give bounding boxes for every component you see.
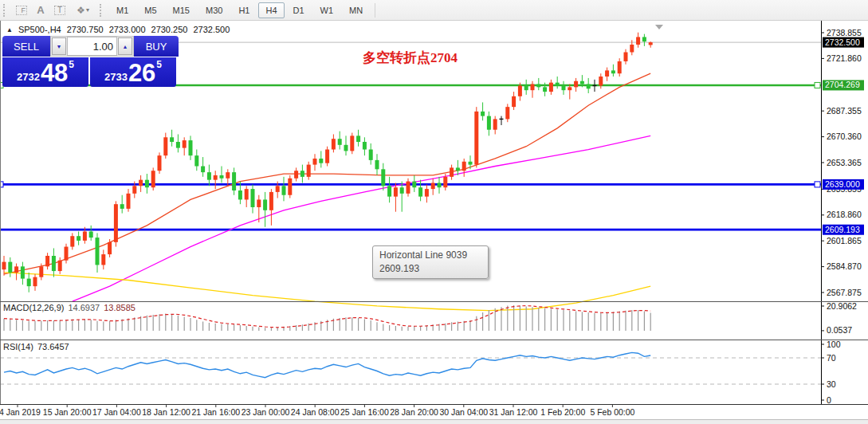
timeframe-button-m30[interactable]: M30 <box>198 2 230 18</box>
candle-down <box>487 116 491 130</box>
timeframe-button-h1[interactable]: H1 <box>231 2 257 18</box>
candle-down <box>418 187 422 196</box>
sell-price-box[interactable]: 2732 48 5 <box>2 57 88 87</box>
volume-increase-button[interactable]: ▲ <box>118 37 132 55</box>
buy-price-box[interactable]: 2733 26 5 <box>90 57 176 87</box>
candle-up <box>630 45 634 53</box>
volume-input[interactable]: 1.00 <box>67 37 117 56</box>
sell-price-prefix: 2732 <box>17 71 40 83</box>
candle-down <box>27 279 31 287</box>
candle-up <box>649 42 653 45</box>
toolbar-grip[interactable] <box>100 4 105 17</box>
timeframe-button-m1[interactable]: M1 <box>109 2 136 18</box>
price-axis-badge-value: 2609.193 <box>825 225 860 234</box>
text-label-icon[interactable]: A <box>31 2 50 18</box>
candle-up <box>114 204 118 242</box>
rsi-value: 73.6457 <box>37 342 69 351</box>
candle-down <box>220 175 224 179</box>
chart-shift-marker-icon[interactable] <box>655 25 663 29</box>
crosshair-grid-icon[interactable]: F <box>12 2 31 18</box>
candle-up <box>443 177 447 187</box>
timeframe-button-h4[interactable]: H4 <box>258 2 284 18</box>
candle-down <box>562 85 566 90</box>
mt4-terminal: F A T ❖ ▾ M1M5M15M30H1H4D1W1MN 2738.8552… <box>0 0 868 424</box>
chart-window: 2738.8552721.8602687.3552670.3602653.365… <box>0 21 868 424</box>
candle-up <box>245 189 249 199</box>
timeframe-button-m5[interactable]: M5 <box>137 2 163 18</box>
timeframe-button-d1[interactable]: D1 <box>286 2 312 18</box>
candle-down <box>77 236 81 241</box>
shapes-tool-button[interactable]: ❖ ▾ <box>69 2 96 18</box>
timeframe-group: M1M5M15M30H1H4D1W1MN <box>108 2 371 18</box>
candle-up <box>624 53 628 61</box>
timeframe-button-m15[interactable]: M15 <box>166 2 197 18</box>
price-axis-badge-value: 2639.000 <box>825 179 860 189</box>
candle-up <box>33 277 37 286</box>
grid-f-icon: F <box>16 6 27 15</box>
candle-up <box>605 70 609 77</box>
horizontal-line-tooltip: Horizontal Line 9039 2609.193 <box>372 245 489 279</box>
candle-down <box>338 139 342 145</box>
candle-down <box>207 172 211 180</box>
candle-up <box>549 83 553 92</box>
toolbar-grip[interactable] <box>3 4 9 17</box>
candle-down <box>524 85 528 90</box>
rsi-axis-label: 30 <box>827 379 836 389</box>
candle-up <box>307 165 311 177</box>
candle-down <box>543 87 547 92</box>
candle-up <box>425 189 429 197</box>
collapse-panel-icon[interactable]: ▲ <box>6 26 13 33</box>
candle-up <box>332 139 336 149</box>
ohlc-header: ▲ SP500-,H4 2730.750 2733.000 2730.250 2… <box>6 25 230 34</box>
line-anchor-right[interactable] <box>815 182 820 187</box>
candle-up <box>493 119 497 129</box>
candle-down <box>412 182 416 188</box>
candle-up <box>183 140 187 148</box>
time-axis-label: 23 Jan 00:00 <box>242 407 290 417</box>
candle-up <box>350 135 354 151</box>
candle-up <box>518 85 522 96</box>
candle-down <box>251 189 255 207</box>
candle-down <box>263 199 267 210</box>
price-axis-label: 2618.860 <box>827 210 862 219</box>
chevron-down-icon: ▾ <box>86 6 89 14</box>
candle-down <box>282 186 286 194</box>
line-anchor-right[interactable] <box>815 82 820 88</box>
candle-up <box>158 155 162 171</box>
candle-up <box>325 150 329 163</box>
candle-up <box>127 194 131 209</box>
volume-decrease-button[interactable]: ▼ <box>52 37 66 55</box>
candle-down <box>556 83 560 86</box>
buy-button[interactable]: BUY <box>134 36 179 57</box>
candle-up <box>14 266 18 273</box>
candle-down <box>387 186 391 196</box>
candle-up <box>313 159 317 165</box>
candle-down <box>580 81 584 84</box>
sell-price-big: 48 <box>41 62 68 84</box>
shapes-icon: ❖ <box>77 5 85 16</box>
candle-down <box>238 190 242 199</box>
sell-button[interactable]: SELL <box>2 36 50 57</box>
tooltip-object-name: Horizontal Line 9039 <box>379 249 481 262</box>
candle-down <box>21 266 25 278</box>
candle-down <box>587 84 591 89</box>
time-axis-label: 31 Jan 12:00 <box>489 407 538 417</box>
candle-up <box>407 182 410 194</box>
time-axis-label: 14 Jan 2019 <box>0 407 41 417</box>
tooltip-object-value: 2609.193 <box>379 262 481 276</box>
candle-up <box>101 254 105 265</box>
time-axis-label: 1 Feb 20:00 <box>540 407 585 417</box>
candle-up <box>574 81 578 88</box>
candle-up <box>83 231 87 240</box>
candle-down <box>300 171 304 177</box>
candle-down <box>642 37 646 41</box>
chart-text-annotation[interactable]: 多空转折点2704 <box>363 49 458 67</box>
timeframe-button-w1[interactable]: W1 <box>313 2 341 18</box>
macd-axis-label: 20.9062 <box>827 301 857 311</box>
candle-up <box>450 167 454 176</box>
price-axis-badge-value: 2704.269 <box>825 80 860 89</box>
buy-price-sup: 5 <box>156 59 162 70</box>
timeframe-button-mn[interactable]: MN <box>342 2 370 18</box>
text-box-icon[interactable]: T <box>50 2 69 18</box>
letter-a-icon: A <box>37 4 44 16</box>
